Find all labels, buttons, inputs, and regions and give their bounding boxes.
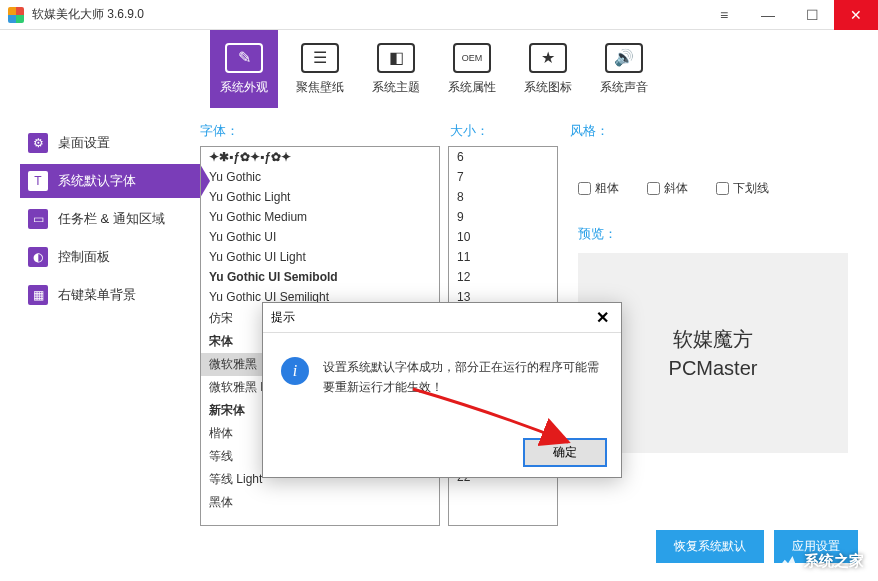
- toolbar-icon: OEM: [453, 43, 491, 73]
- underline-checkbox[interactable]: 下划线: [716, 180, 769, 197]
- sidebar-icon: T: [28, 171, 48, 191]
- toolbar-item-5[interactable]: 🔊系统声音: [590, 30, 658, 108]
- size-item[interactable]: 7: [449, 167, 557, 187]
- font-item[interactable]: Yu Gothic Medium: [201, 207, 439, 227]
- preview-label: 预览：: [578, 225, 848, 243]
- restore-defaults-button[interactable]: 恢复系统默认: [656, 530, 764, 563]
- dialog-message: 设置系统默认字体成功，部分正在运行的程序可能需要重新运行才能生效！: [323, 357, 603, 398]
- toolbar-label: 系统声音: [600, 79, 648, 96]
- watermark: 系统之家: [776, 552, 864, 571]
- toolbar-item-4[interactable]: ★系统图标: [514, 30, 582, 108]
- sidebar-icon: ▦: [28, 285, 48, 305]
- sidebar-label: 控制面板: [58, 248, 110, 266]
- menu-button[interactable]: ≡: [702, 0, 746, 30]
- font-item[interactable]: 黑体: [201, 491, 439, 514]
- window-controls: ≡ — ☐ ✕: [702, 0, 878, 30]
- sidebar-item-4[interactable]: ▦右键菜单背景: [20, 278, 190, 312]
- italic-checkbox[interactable]: 斜体: [647, 180, 688, 197]
- sidebar-label: 任务栏 & 通知区域: [58, 210, 165, 228]
- sidebar-label: 桌面设置: [58, 134, 110, 152]
- size-label: 大小：: [450, 122, 570, 140]
- watermark-text: 系统之家: [804, 552, 864, 571]
- font-item[interactable]: Yu Gothic: [201, 167, 439, 187]
- info-icon: i: [281, 357, 309, 385]
- dialog-body: i 设置系统默认字体成功，部分正在运行的程序可能需要重新运行才能生效！: [263, 333, 621, 410]
- titlebar: 软媒美化大师 3.6.9.0 ≡ — ☐ ✕: [0, 0, 878, 30]
- sidebar-icon: ▭: [28, 209, 48, 229]
- dialog-titlebar: 提示 ✕: [263, 303, 621, 333]
- close-button[interactable]: ✕: [834, 0, 878, 30]
- toolbar-item-0[interactable]: ✎系统外观: [210, 30, 278, 108]
- toolbar-icon: ◧: [377, 43, 415, 73]
- toolbar-item-1[interactable]: ☰聚焦壁纸: [286, 30, 354, 108]
- style-checks: 粗体 斜体 下划线: [578, 180, 848, 197]
- sidebar-icon: ⚙: [28, 133, 48, 153]
- style-label: 风格：: [570, 122, 609, 140]
- sidebar-label: 右键菜单背景: [58, 286, 136, 304]
- size-item[interactable]: 6: [449, 147, 557, 167]
- toolbar-label: 系统外观: [220, 79, 268, 96]
- sidebar-item-3[interactable]: ◐控制面板: [20, 240, 190, 274]
- font-item[interactable]: ✦✱▪ƒ✿✦▪ƒ✿✦: [201, 147, 439, 167]
- toolbar-icon: ☰: [301, 43, 339, 73]
- sidebar-item-1[interactable]: T系统默认字体: [20, 164, 200, 198]
- size-item[interactable]: 12: [449, 267, 557, 287]
- size-item[interactable]: 10: [449, 227, 557, 247]
- toolbar-item-2[interactable]: ◧系统主题: [362, 30, 430, 108]
- dialog-ok-button[interactable]: 确定: [523, 438, 607, 467]
- toolbar-label: 聚焦壁纸: [296, 79, 344, 96]
- toolbar-icon: ★: [529, 43, 567, 73]
- app-title: 软媒美化大师 3.6.9.0: [32, 6, 144, 23]
- sidebar: ⚙桌面设置T系统默认字体▭任务栏 & 通知区域◐控制面板▦右键菜单背景: [0, 108, 190, 581]
- sidebar-icon: ◐: [28, 247, 48, 267]
- info-dialog: 提示 ✕ i 设置系统默认字体成功，部分正在运行的程序可能需要重新运行才能生效！…: [262, 302, 622, 478]
- app-logo-icon: [8, 7, 24, 23]
- maximize-button[interactable]: ☐: [790, 0, 834, 30]
- dialog-footer: 确定: [523, 438, 607, 467]
- preview-line1: 软媒魔方: [673, 326, 753, 353]
- font-item[interactable]: Yu Gothic UI: [201, 227, 439, 247]
- dialog-title: 提示: [271, 309, 295, 326]
- toolbar-label: 系统图标: [524, 79, 572, 96]
- main-toolbar: ✎系统外观☰聚焦壁纸◧系统主题OEM系统属性★系统图标🔊系统声音: [0, 30, 878, 108]
- font-label: 字体：: [200, 122, 450, 140]
- size-item[interactable]: 9: [449, 207, 557, 227]
- font-item[interactable]: Yu Gothic Light: [201, 187, 439, 207]
- watermark-icon: [776, 553, 798, 571]
- section-labels: 字体： 大小： 风格：: [200, 122, 858, 140]
- font-item[interactable]: Yu Gothic UI Semibold: [201, 267, 439, 287]
- sidebar-item-2[interactable]: ▭任务栏 & 通知区域: [20, 202, 190, 236]
- toolbar-label: 系统主题: [372, 79, 420, 96]
- sidebar-label: 系统默认字体: [58, 172, 136, 190]
- size-item[interactable]: 8: [449, 187, 557, 207]
- toolbar-item-3[interactable]: OEM系统属性: [438, 30, 506, 108]
- sidebar-item-0[interactable]: ⚙桌面设置: [20, 126, 190, 160]
- toolbar-label: 系统属性: [448, 79, 496, 96]
- toolbar-icon: 🔊: [605, 43, 643, 73]
- bold-checkbox[interactable]: 粗体: [578, 180, 619, 197]
- minimize-button[interactable]: —: [746, 0, 790, 30]
- size-item[interactable]: 11: [449, 247, 557, 267]
- dialog-close-button[interactable]: ✕: [592, 308, 613, 327]
- font-item[interactable]: Yu Gothic UI Light: [201, 247, 439, 267]
- preview-line2: PCMaster: [669, 357, 758, 380]
- toolbar-icon: ✎: [225, 43, 263, 73]
